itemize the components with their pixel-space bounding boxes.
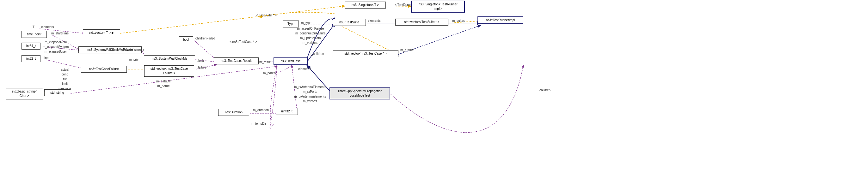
mrxantenna-label: m_rxAntennaElementsm_rxPortsm_txAntennaE… xyxy=(294,84,326,104)
testsuite-label: < TestSuite * > xyxy=(256,13,277,17)
ns3-testsuite-node: ns3::TestSuite xyxy=(333,19,366,26)
line-label: line xyxy=(44,56,49,60)
ns3-testcase-node: ns3::TestCase xyxy=(274,58,308,65)
mtype-label: m_type xyxy=(301,21,311,25)
children-label: children xyxy=(539,88,551,92)
std-basic-string-node: std::basic_string<Char > xyxy=(6,88,43,100)
mstarttime-label: m_startTime xyxy=(51,32,69,35)
uint32t-node: uint32_t xyxy=(276,108,298,115)
msuites-label: m_suites xyxy=(452,19,465,23)
mrunner-label: m_runner xyxy=(400,48,414,52)
time-point-node: time_point xyxy=(22,31,47,38)
mresult-label: m_result xyxy=(259,60,271,64)
failure-label: failure xyxy=(198,66,207,69)
elements-label-3: elements xyxy=(298,67,311,71)
T-label: T xyxy=(33,25,34,29)
ns3-wallclockms-node: ns3::SystemWallClockMs xyxy=(144,55,195,62)
mpriv-label: m_priv xyxy=(129,58,138,61)
svg-line-7 xyxy=(194,41,216,60)
std-vector-failure-node: std::vector< ns3::TestCaseFailure > xyxy=(144,65,194,77)
melapsed-label: m_elapsedRealm_elapsedSystemm_elapsedUse… xyxy=(43,40,69,54)
massert-label: m_assertOnFailurem_continueOnFailurem_up… xyxy=(295,26,326,45)
singleton-t-node: ns3::Singleton< T > xyxy=(345,2,386,8)
ns3-testcaseresult-node: ns3::TestCase::Result xyxy=(214,58,259,64)
svg-line-11 xyxy=(335,23,398,55)
childrenfailed-label: childrenFailed xyxy=(195,37,215,40)
int32t-node: int32_t xyxy=(22,55,40,62)
bool-node: bool xyxy=(179,36,193,43)
singleton-t-label: ns3::Singleton< T > xyxy=(352,3,379,7)
elements-label-2: elements xyxy=(368,19,381,23)
ns3-testrunnerimpl-node: ns3::TestRunnerImpl xyxy=(477,16,523,24)
mdatadir-label: m_dataDirm_name xyxy=(156,79,171,88)
std-vector-testcase-node: std::vector< ns3::TestCase * > xyxy=(333,50,398,57)
std-vector-t-node: std::vector< T > ▶ xyxy=(83,29,120,36)
mtempdir-label: m_tempDir xyxy=(251,122,266,125)
std-string-node: std::string xyxy=(44,90,70,96)
mchildren-label: m_children xyxy=(309,52,324,56)
threegpp-node: ThreeGppSpectrumPropagationLossModeTest xyxy=(330,87,390,100)
mduration-label: m_duration xyxy=(253,108,269,112)
diagram-arrows xyxy=(0,0,868,179)
testduration-node: TestDuration xyxy=(218,109,249,116)
mparent-label: m_parent xyxy=(263,71,276,75)
elements-label-1: elements xyxy=(41,25,54,29)
singleton-testrunnerimpl-label: ns3::Singleton< TestRunnerImpl > xyxy=(418,3,458,10)
singleton-testrunnerimpl-node: ns3::Singleton< TestRunnerImpl > xyxy=(411,1,465,13)
int64t-node: int64_t xyxy=(22,43,40,49)
less-testcase-label: < ns3::TestCase * > xyxy=(229,40,257,43)
clock-label: clock xyxy=(197,59,204,63)
less-testcasefailure-label: < ns3::TestCaseFailure > xyxy=(110,48,145,52)
std-vector-testsuite-node: std::vector< TestSuite * > xyxy=(395,19,448,26)
actual-cond-label: actualcondfilelimitmessage xyxy=(59,67,71,91)
ns3-testcasefailure-node: ns3::TestCaseFailure xyxy=(81,66,127,73)
diagram-container: ns3::Singleton< T > < TestRunnerImpl > n… xyxy=(0,0,868,179)
